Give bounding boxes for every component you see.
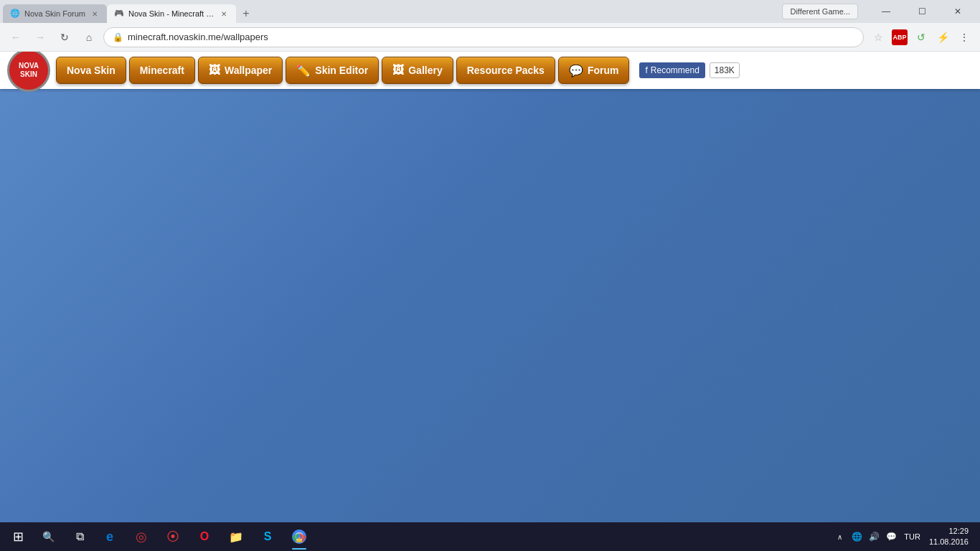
taskbar: ⊞ 🔍 ⧉ e ◎ ⦿ O 📁	[0, 522, 980, 551]
edge-icon: e	[102, 529, 118, 545]
nav-item-minecraft[interactable]: Minecraft	[129, 57, 195, 84]
facebook-count: 183K	[710, 62, 740, 78]
tray-overflow[interactable]: ∧	[833, 530, 847, 544]
site-nav-bar: NovaSkin Nova Skin Minecraft 🖼 Wallpaper…	[0, 52, 980, 89]
nav-item-resource-packs[interactable]: Resource Packs	[456, 57, 555, 84]
tab-close-2[interactable]: ✕	[219, 9, 229, 19]
title-bar: 🌐 Nova Skin Forum ✕ 🎮 Nova Skin - Minecr…	[0, 0, 980, 23]
task-view-button[interactable]: ⧉	[66, 523, 93, 550]
taskbar-app-chrome[interactable]	[284, 522, 314, 551]
menu-icon: ⋮	[959, 32, 969, 43]
nav-label-forum: Forum	[588, 65, 619, 76]
maximize-button[interactable]: ☐	[905, 0, 938, 23]
taskbar-app-edge[interactable]: e	[95, 522, 125, 551]
forward-button[interactable]: →	[30, 27, 50, 47]
home-button[interactable]: ⌂	[79, 27, 99, 47]
tab-favicon-1: 🌐	[10, 9, 20, 19]
forum-nav-icon: 💬	[569, 64, 583, 77]
minimize-icon: —	[882, 6, 890, 17]
toolbar-icons: ☆ ABP ↺ ⚡ ⋮	[868, 27, 974, 47]
nav-item-skin-editor[interactable]: ✏️ Skin Editor	[286, 57, 379, 84]
extension-button-1[interactable]: ↺	[911, 27, 931, 47]
language-label: TUR	[904, 532, 920, 541]
task-view-icon: ⧉	[76, 530, 84, 543]
facebook-recommend: f Recommend 183K	[639, 62, 739, 78]
language-button[interactable]: TUR	[901, 529, 923, 544]
taskbar-app-skype[interactable]: S	[253, 522, 283, 551]
lock-icon: 🔒	[113, 32, 123, 42]
clock[interactable]: 12:29 11.08.2016	[926, 526, 971, 548]
minimize-button[interactable]: —	[870, 0, 903, 23]
facebook-recommend-label: Recommend	[651, 65, 699, 75]
new-tab-button[interactable]: +	[236, 4, 256, 23]
facebook-icon: f	[645, 65, 647, 75]
nav-label-skin-editor: Skin Editor	[315, 65, 368, 76]
tab-favicon-2: 🎮	[114, 9, 124, 19]
chrome-window: 🌐 Nova Skin Forum ✕ 🎮 Nova Skin - Minecr…	[0, 0, 980, 551]
reload-button[interactable]: ↻	[55, 27, 75, 47]
tray-notifications[interactable]: 💬	[884, 523, 898, 550]
volume-icon: 🔊	[869, 532, 880, 542]
tab-strip: 🌐 Nova Skin Forum ✕ 🎮 Nova Skin - Minecr…	[0, 0, 782, 23]
overflow-icon: ∧	[837, 533, 842, 541]
skype-icon: S	[260, 529, 275, 545]
taskbar-search-button[interactable]: 🔍	[34, 523, 62, 550]
gallery-nav-icon: 🖼	[392, 64, 404, 77]
nav-item-nova-skin[interactable]: Nova Skin	[56, 57, 126, 84]
clock-time: 12:29	[948, 526, 969, 537]
taskbar-app-folder[interactable]: 📁	[221, 522, 251, 551]
nav-label-minecraft: Minecraft	[140, 65, 184, 76]
facebook-recommend-button[interactable]: f Recommend	[639, 62, 705, 78]
tray-volume[interactable]: 🔊	[867, 523, 881, 550]
nav-item-forum[interactable]: 💬 Forum	[558, 57, 630, 84]
tab-novaskin-forum[interactable]: 🌐 Nova Skin Forum ✕	[3, 4, 107, 23]
skin-editor-nav-icon: ✏️	[296, 64, 311, 77]
taskbar-right: ∧ 🌐 🔊 💬 TUR 12:29 11.08.2016	[833, 523, 977, 550]
tab-close-1[interactable]: ✕	[90, 9, 100, 19]
nav-item-wallpaper[interactable]: 🖼 Wallpaper	[198, 57, 283, 84]
taskbar-app-unknown[interactable]: ⦿	[158, 522, 188, 551]
extension-icon-2: ⚡	[937, 32, 949, 43]
start-icon: ⊞	[13, 529, 24, 545]
extension-button-2[interactable]: ⚡	[933, 27, 953, 47]
maximize-icon: ☐	[918, 6, 926, 17]
star-icon: ☆	[874, 32, 883, 43]
nav-label-resource-packs: Resource Packs	[467, 65, 545, 76]
window-controls: — ☐ ✕	[864, 0, 980, 23]
folder-icon: 📁	[228, 529, 244, 545]
nav-label-wallpaper: Wallpaper	[225, 65, 272, 76]
nav-item-gallery[interactable]: 🖼 Gallery	[382, 57, 453, 84]
opera-icon: O	[197, 529, 212, 545]
different-game-button[interactable]: Different Game...	[782, 4, 858, 19]
tab-novaskin-wallpaper[interactable]: 🎮 Nova Skin - Minecraft Wa... ✕	[107, 4, 236, 23]
chrome-icon	[291, 529, 307, 545]
tray-network[interactable]: 🌐	[849, 523, 864, 550]
nav-label-nova-skin: Nova Skin	[67, 65, 116, 76]
abp-button[interactable]: ABP	[890, 27, 910, 47]
url-text: minecraft.novaskin.me/wallpapers	[128, 32, 854, 42]
notifications-icon: 💬	[886, 532, 897, 542]
clock-date: 11.08.2016	[929, 537, 969, 547]
different-game-label: Different Game...	[790, 7, 850, 16]
cortana-icon: ◎	[133, 529, 149, 545]
nav-label-gallery: Gallery	[408, 65, 442, 76]
address-bar: ← → ↻ ⌂ 🔒 minecraft.novaskin.me/wallpape…	[0, 23, 980, 52]
star-button[interactable]: ☆	[868, 27, 888, 47]
wallpaper-nav-icon: 🖼	[209, 64, 220, 77]
close-icon: ✕	[954, 6, 961, 17]
tab-title-2: Nova Skin - Minecraft Wa...	[128, 9, 215, 18]
extension-icon-1: ↺	[917, 32, 925, 43]
network-icon: 🌐	[852, 532, 862, 542]
tab-title-1: Nova Skin Forum	[24, 9, 85, 18]
menu-button[interactable]: ⋮	[954, 27, 974, 47]
taskbar-app-opera[interactable]: O	[189, 522, 220, 551]
start-button[interactable]: ⊞	[3, 522, 33, 551]
back-button[interactable]: ←	[6, 27, 26, 47]
taskbar-app-cortana[interactable]: ◎	[126, 522, 156, 551]
url-bar[interactable]: 🔒 minecraft.novaskin.me/wallpapers	[103, 27, 864, 47]
abp-icon: ABP	[892, 29, 908, 45]
logo-text: NovaSkin	[19, 62, 39, 79]
site-logo[interactable]: NovaSkin	[7, 52, 50, 92]
close-button[interactable]: ✕	[941, 0, 974, 23]
app-icon-1: ⦿	[165, 529, 181, 545]
